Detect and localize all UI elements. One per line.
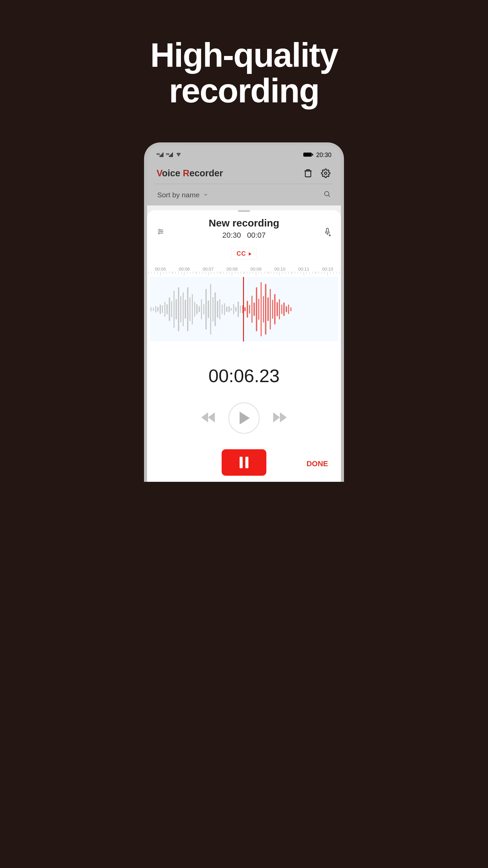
- svg-rect-6: [169, 156, 170, 157]
- svg-point-14: [325, 192, 329, 196]
- waveform: [150, 277, 338, 341]
- svg-marker-29: [280, 412, 287, 422]
- status-bar: 5G 5G 20:30: [147, 145, 341, 161]
- svg-rect-4: [163, 153, 163, 157]
- promo-headline: High-qualityrecording: [150, 37, 338, 108]
- svg-marker-25: [201, 412, 208, 422]
- svg-rect-12: [305, 171, 311, 177]
- svg-rect-2: [161, 155, 161, 157]
- recording-start-time: 20:30: [222, 231, 241, 240]
- forward-button[interactable]: [273, 412, 287, 424]
- search-button[interactable]: [323, 190, 331, 199]
- time-label: 00:08: [220, 267, 244, 272]
- done-button[interactable]: DONE: [306, 459, 328, 468]
- svg-rect-1: [160, 156, 160, 157]
- svg-rect-22: [326, 228, 328, 232]
- svg-rect-31: [245, 457, 248, 468]
- time-ticks: [147, 272, 341, 277]
- time-label: 00:11: [292, 267, 316, 272]
- playhead[interactable]: [243, 277, 244, 341]
- time-label: 00:09: [244, 267, 268, 272]
- svg-point-21: [158, 233, 160, 234]
- svg-marker-28: [273, 412, 280, 422]
- background-app-dimmed: 5G 5G 20:30 Vo: [147, 145, 341, 205]
- svg-rect-9: [172, 153, 173, 157]
- time-label: 00:10: [268, 267, 292, 272]
- recording-subtitle: 20:30 00:07: [147, 231, 341, 240]
- signal-5g-icon: 5G: [157, 152, 164, 159]
- waveform-timeline[interactable]: 00:0500:0600:0700:0800:0900:1000:1100:10: [147, 267, 341, 341]
- caret-right-icon: [249, 250, 251, 257]
- recording-sheet: New recording 20:30 00:07 CC 00:0500:060…: [147, 210, 341, 482]
- trash-button[interactable]: [302, 167, 314, 179]
- svg-marker-24: [249, 252, 251, 256]
- time-label: 00:07: [196, 267, 220, 272]
- rewind-button[interactable]: [201, 412, 215, 424]
- svg-point-17: [159, 229, 160, 231]
- elapsed-timer: 00:06.23: [147, 365, 341, 386]
- svg-point-13: [325, 172, 327, 175]
- cc-label: CC: [237, 250, 246, 257]
- svg-marker-27: [240, 412, 250, 425]
- svg-rect-11: [312, 154, 313, 156]
- app-title: Voice Recorder: [157, 168, 296, 179]
- app-bar: Voice Recorder: [147, 161, 341, 184]
- mic-source-button[interactable]: [323, 228, 331, 238]
- recording-duration: 00:07: [247, 231, 266, 240]
- svg-marker-26: [208, 412, 215, 422]
- svg-rect-10: [303, 153, 312, 157]
- transport-controls: [147, 402, 341, 434]
- play-button[interactable]: [228, 402, 260, 434]
- svg-rect-7: [170, 155, 171, 157]
- svg-rect-30: [240, 457, 243, 468]
- sort-label: Sort by name: [157, 191, 200, 199]
- svg-text:5G: 5G: [166, 153, 169, 155]
- wifi-icon: [176, 152, 182, 159]
- phone-frame: 5G 5G 20:30 Vo: [144, 142, 344, 482]
- svg-rect-3: [162, 154, 162, 157]
- svg-text:5G: 5G: [157, 153, 160, 155]
- filter-button[interactable]: [157, 228, 165, 237]
- time-label: 00:05: [148, 267, 172, 272]
- sort-dropdown[interactable]: Sort by name: [157, 191, 208, 199]
- phone-screen: 5G 5G 20:30 Vo: [147, 145, 341, 482]
- time-label: 00:10: [316, 267, 340, 272]
- time-labels: 00:0500:0600:0700:0800:0900:1000:1100:10: [147, 267, 341, 272]
- battery-icon: [303, 152, 313, 159]
- cc-button[interactable]: CC: [231, 248, 257, 260]
- sheet-grabber[interactable]: [238, 210, 250, 212]
- chevron-down-icon: [203, 191, 208, 199]
- svg-rect-8: [171, 154, 172, 157]
- settings-button[interactable]: [320, 167, 331, 179]
- svg-point-19: [161, 231, 162, 232]
- recording-title: New recording: [147, 217, 341, 229]
- time-label: 00:06: [172, 267, 197, 272]
- status-time: 20:30: [316, 152, 331, 159]
- pause-record-button[interactable]: [222, 449, 266, 476]
- signal-5g-icon: 5G: [166, 152, 174, 159]
- svg-line-15: [328, 195, 330, 197]
